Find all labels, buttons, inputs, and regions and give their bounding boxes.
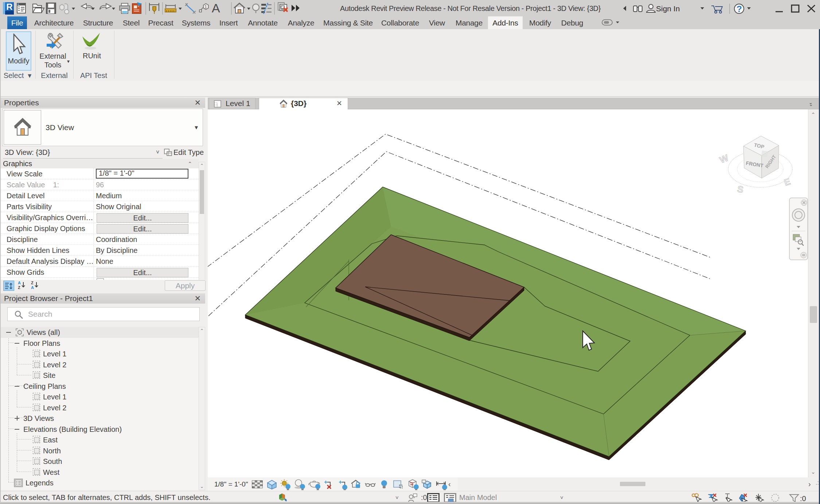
- svg-text:1: 1: [204, 4, 207, 9]
- svg-text:?: ?: [737, 4, 742, 14]
- svg-text:A: A: [212, 1, 220, 15]
- svg-text:Z: Z: [31, 281, 34, 285]
- svg-text:A: A: [18, 281, 21, 285]
- svg-text:A: A: [31, 285, 34, 290]
- svg-text:S: S: [737, 184, 744, 195]
- svg-text:E: E: [783, 176, 792, 188]
- svg-text:W: W: [718, 152, 730, 165]
- svg-text:Z: Z: [18, 285, 20, 290]
- svg-text::0: :0: [800, 495, 806, 503]
